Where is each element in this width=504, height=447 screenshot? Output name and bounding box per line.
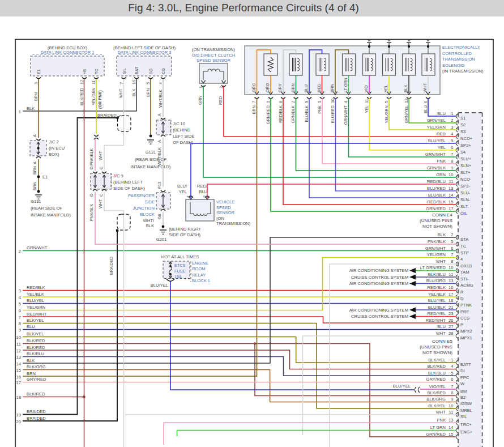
svg-text:BLU/BLK: BLU/BLK [304,105,309,122]
svg-text:BRAIDED: BRAIDED [97,113,117,118]
svg-text:BRAIDED: BRAIDED [27,416,46,421]
svg-text:CONN E4: CONN E4 [432,212,452,218]
svg-text:S4: S4 [460,150,465,155]
svg-text:15: 15 [16,368,21,373]
svg-text:OIL: OIL [460,211,467,216]
svg-text:B2: B2 [460,395,465,400]
svg-text:RED: RED [317,84,322,92]
svg-text:BLK/YEL: BLK/YEL [27,318,44,323]
svg-text:(BEHIND RIGHT: (BEHIND RIGHT [169,227,201,232]
svg-text:DI: DI [460,368,465,373]
svg-text:VIO: VIO [364,85,369,92]
svg-text:IGSW: IGSW [460,401,472,406]
svg-text:GRN: GRN [291,83,296,92]
svg-text:BLK/YEL: BLK/YEL [428,357,446,363]
svg-text:AIR CONDITIONING SYSTEM: AIR CONDITIONING SYSTEM [349,281,408,286]
svg-text:J/C 9: J/C 9 [113,173,123,178]
svg-text:RELAY: RELAY [192,273,206,278]
svg-text:GRN/WHT: GRN/WHT [27,245,48,250]
svg-text:SP2-: SP2- [460,184,470,189]
svg-text:5: 5 [146,82,151,84]
svg-text:4: 4 [451,131,453,137]
svg-text:YEL/GRN: YEL/GRN [427,252,446,257]
svg-text:WHT: WHT [436,410,446,415]
svg-text:(BEHIND: (BEHIND [173,127,191,133]
svg-text:TAM: TAM [460,270,469,275]
svg-text:WHT: WHT [98,151,103,160]
svg-text:BLU/: BLU/ [177,184,187,189]
svg-text:STA: STA [460,237,469,242]
svg-text:15A: 15A [174,274,182,279]
svg-text:WHT: WHT [436,259,446,264]
svg-text:SLT-: SLT- [460,204,469,209]
svg-text:P: P [460,322,463,327]
svg-text:VIO/YEL: VIO/YEL [429,384,446,389]
svg-text:(ON: (ON [216,216,224,221]
svg-text:2: 2 [451,232,453,237]
svg-text:SG: SG [148,68,153,74]
svg-text:BLOCK 1: BLOCK 1 [192,278,210,283]
svg-text:CONN E5: CONN E5 [432,339,452,344]
svg-text:BAT: BAT [134,66,139,74]
svg-text:1: 1 [186,195,191,198]
svg-text:2: 2 [291,101,296,103]
svg-text:11: 11 [449,272,454,277]
svg-text:NCO-: NCO- [460,177,472,182]
svg-text:GRN/RED: GRN/RED [426,206,446,211]
svg-text:RED: RED [437,131,446,137]
svg-text:BLU/YEL: BLU/YEL [151,283,168,288]
svg-text:13: 13 [449,278,453,283]
svg-text:BLU/BLK: BLU/BLK [428,193,446,198]
svg-text:BLOCK: BLOCK [140,212,155,217]
svg-text:VEHICLE: VEHICLE [216,199,235,205]
svg-text:YEL: YEL [364,105,369,113]
svg-text:YEL/BLK: YEL/BLK [27,292,44,297]
svg-text:OX1B: OX1B [460,263,472,269]
svg-text:SPEED SENSOR: SPEED SENSOR [197,58,230,63]
svg-text:10: 10 [449,172,453,177]
svg-text:BLU/YEL: BLU/YEL [393,384,411,389]
svg-text:7: 7 [451,384,453,389]
svg-text:20: 20 [16,419,21,424]
svg-text:3: 3 [33,82,39,84]
svg-text:G201: G201 [156,237,167,242]
svg-text:GRN: GRN [198,96,203,105]
svg-text:F13: F13 [157,182,161,189]
svg-text:8: 8 [278,101,283,103]
svg-text:10: 10 [16,335,21,340]
svg-text:3: 3 [19,288,21,293]
svg-text:D: D [460,296,464,301]
svg-text:BLK: BLK [438,232,446,237]
svg-text:GRY: GRY [277,83,283,92]
svg-text:SIDE: SIDE [144,199,155,205]
svg-text:BLK/RED: BLK/RED [428,364,446,369]
svg-text:7: 7 [451,252,453,257]
svg-text:11: 11 [364,99,369,103]
svg-text:BLK/RED: BLK/RED [27,345,45,350]
svg-text:(IN ECU: (IN ECU [49,146,65,151]
svg-text:BOX): BOX) [49,152,59,157]
svg-text:WHT: WHT [118,88,123,98]
svg-text:MPX2: MPX2 [460,329,472,334]
svg-text:GRN/BLK: GRN/BLK [427,165,446,171]
svg-text:G131: G131 [146,150,156,155]
svg-text:BLU: BLU [437,111,446,116]
svg-text:RED/YEL: RED/YEL [428,311,446,316]
svg-text:BLK: BLK [27,106,35,111]
svg-text:BLK/ORG: BLK/ORG [27,364,46,369]
svg-text:10: 10 [330,99,335,103]
svg-text:11: 11 [16,342,21,347]
svg-text:WHT: WHT [98,199,103,208]
svg-text:13: 13 [449,186,453,191]
svg-text:SIDE OF DASH): SIDE OF DASH) [113,186,146,191]
svg-text:S3: S3 [460,129,465,134]
svg-text:BRAIDED: BRAIDED [27,409,46,414]
svg-text:J/C 2: J/C 2 [49,139,59,144]
svg-text:JUNCTION: JUNCTION [133,206,155,211]
svg-text:WHT/: WHT/ [143,218,155,223]
svg-text:RED/WHT: RED/WHT [27,312,47,317]
svg-text:10: 10 [449,403,453,408]
svg-text:PNK/BLK: PNK/BLK [428,239,446,244]
svg-text:8: 8 [451,259,453,264]
svg-text:16: 16 [131,80,136,84]
